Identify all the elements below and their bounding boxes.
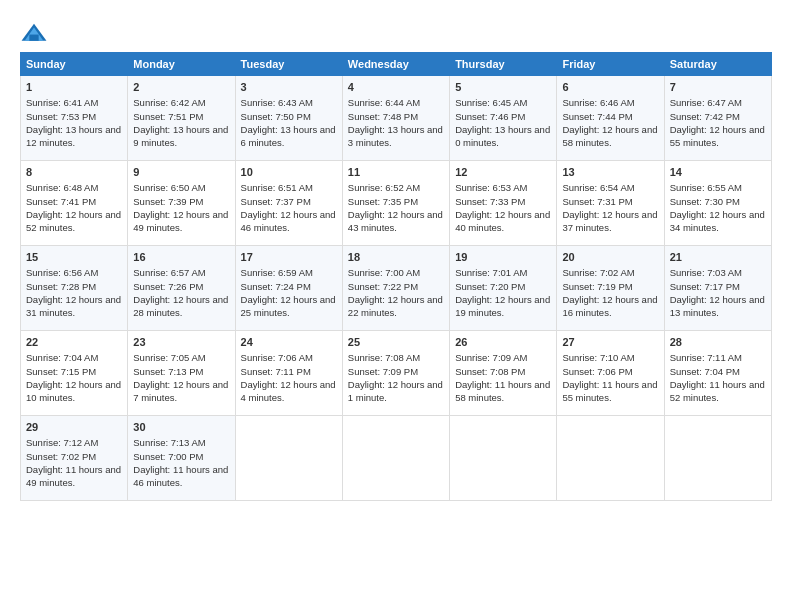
- calendar-cell: [342, 416, 449, 501]
- sunset-text: Sunset: 7:31 PM: [562, 196, 632, 207]
- calendar-cell: 6Sunrise: 6:46 AMSunset: 7:44 PMDaylight…: [557, 76, 664, 161]
- sunrise-text: Sunrise: 7:01 AM: [455, 267, 527, 278]
- day-number: 23: [133, 335, 229, 350]
- sunrise-text: Sunrise: 6:42 AM: [133, 97, 205, 108]
- daylight-text: Daylight: 11 hours and 58 minutes.: [455, 379, 550, 403]
- week-row-2: 8Sunrise: 6:48 AMSunset: 7:41 PMDaylight…: [21, 161, 772, 246]
- sunrise-text: Sunrise: 6:52 AM: [348, 182, 420, 193]
- daylight-text: Daylight: 12 hours and 58 minutes.: [562, 124, 657, 148]
- daylight-text: Daylight: 12 hours and 19 minutes.: [455, 294, 550, 318]
- daylight-text: Daylight: 12 hours and 13 minutes.: [670, 294, 765, 318]
- day-number: 15: [26, 250, 122, 265]
- daylight-text: Daylight: 12 hours and 52 minutes.: [26, 209, 121, 233]
- sunrise-text: Sunrise: 7:13 AM: [133, 437, 205, 448]
- sunrise-text: Sunrise: 6:41 AM: [26, 97, 98, 108]
- day-number: 12: [455, 165, 551, 180]
- daylight-text: Daylight: 12 hours and 43 minutes.: [348, 209, 443, 233]
- sunset-text: Sunset: 7:28 PM: [26, 281, 96, 292]
- sunrise-text: Sunrise: 6:50 AM: [133, 182, 205, 193]
- day-number: 1: [26, 80, 122, 95]
- calendar-cell: 30Sunrise: 7:13 AMSunset: 7:00 PMDayligh…: [128, 416, 235, 501]
- sunset-text: Sunset: 7:00 PM: [133, 451, 203, 462]
- sunrise-text: Sunrise: 7:05 AM: [133, 352, 205, 363]
- calendar-cell: [664, 416, 771, 501]
- daylight-text: Daylight: 11 hours and 46 minutes.: [133, 464, 228, 488]
- daylight-text: Daylight: 12 hours and 1 minute.: [348, 379, 443, 403]
- sunset-text: Sunset: 7:48 PM: [348, 111, 418, 122]
- calendar-cell: [235, 416, 342, 501]
- sunset-text: Sunset: 7:22 PM: [348, 281, 418, 292]
- daylight-text: Daylight: 12 hours and 22 minutes.: [348, 294, 443, 318]
- day-number: 27: [562, 335, 658, 350]
- daylight-text: Daylight: 11 hours and 55 minutes.: [562, 379, 657, 403]
- sunrise-text: Sunrise: 7:03 AM: [670, 267, 742, 278]
- daylight-text: Daylight: 12 hours and 49 minutes.: [133, 209, 228, 233]
- sunrise-text: Sunrise: 6:56 AM: [26, 267, 98, 278]
- day-number: 6: [562, 80, 658, 95]
- calendar-cell: 8Sunrise: 6:48 AMSunset: 7:41 PMDaylight…: [21, 161, 128, 246]
- sunset-text: Sunset: 7:33 PM: [455, 196, 525, 207]
- sunset-text: Sunset: 7:20 PM: [455, 281, 525, 292]
- daylight-text: Daylight: 12 hours and 28 minutes.: [133, 294, 228, 318]
- calendar-cell: 26Sunrise: 7:09 AMSunset: 7:08 PMDayligh…: [450, 331, 557, 416]
- sunrise-text: Sunrise: 6:54 AM: [562, 182, 634, 193]
- sunrise-text: Sunrise: 6:47 AM: [670, 97, 742, 108]
- calendar-cell: 9Sunrise: 6:50 AMSunset: 7:39 PMDaylight…: [128, 161, 235, 246]
- day-number: 2: [133, 80, 229, 95]
- day-number: 26: [455, 335, 551, 350]
- sunrise-text: Sunrise: 6:45 AM: [455, 97, 527, 108]
- calendar-cell: 27Sunrise: 7:10 AMSunset: 7:06 PMDayligh…: [557, 331, 664, 416]
- day-number: 13: [562, 165, 658, 180]
- daylight-text: Daylight: 13 hours and 12 minutes.: [26, 124, 121, 148]
- sunset-text: Sunset: 7:17 PM: [670, 281, 740, 292]
- day-number: 19: [455, 250, 551, 265]
- logo: [20, 22, 50, 44]
- sunset-text: Sunset: 7:51 PM: [133, 111, 203, 122]
- sunset-text: Sunset: 7:13 PM: [133, 366, 203, 377]
- svg-rect-2: [29, 35, 38, 41]
- sunrise-text: Sunrise: 7:02 AM: [562, 267, 634, 278]
- header-cell-thursday: Thursday: [450, 53, 557, 76]
- day-number: 4: [348, 80, 444, 95]
- sunset-text: Sunset: 7:04 PM: [670, 366, 740, 377]
- calendar-cell: 15Sunrise: 6:56 AMSunset: 7:28 PMDayligh…: [21, 246, 128, 331]
- daylight-text: Daylight: 11 hours and 52 minutes.: [670, 379, 765, 403]
- sunset-text: Sunset: 7:09 PM: [348, 366, 418, 377]
- sunrise-text: Sunrise: 7:12 AM: [26, 437, 98, 448]
- day-number: 21: [670, 250, 766, 265]
- sunrise-text: Sunrise: 7:08 AM: [348, 352, 420, 363]
- sunset-text: Sunset: 7:42 PM: [670, 111, 740, 122]
- sunrise-text: Sunrise: 6:57 AM: [133, 267, 205, 278]
- sunset-text: Sunset: 7:11 PM: [241, 366, 311, 377]
- sunset-text: Sunset: 7:46 PM: [455, 111, 525, 122]
- calendar-cell: 11Sunrise: 6:52 AMSunset: 7:35 PMDayligh…: [342, 161, 449, 246]
- sunrise-text: Sunrise: 7:06 AM: [241, 352, 313, 363]
- day-number: 24: [241, 335, 337, 350]
- sunrise-text: Sunrise: 7:10 AM: [562, 352, 634, 363]
- sunset-text: Sunset: 7:50 PM: [241, 111, 311, 122]
- calendar-cell: 14Sunrise: 6:55 AMSunset: 7:30 PMDayligh…: [664, 161, 771, 246]
- daylight-text: Daylight: 11 hours and 49 minutes.: [26, 464, 121, 488]
- calendar-cell: 20Sunrise: 7:02 AMSunset: 7:19 PMDayligh…: [557, 246, 664, 331]
- header-cell-wednesday: Wednesday: [342, 53, 449, 76]
- daylight-text: Daylight: 12 hours and 16 minutes.: [562, 294, 657, 318]
- daylight-text: Daylight: 12 hours and 40 minutes.: [455, 209, 550, 233]
- calendar-cell: 13Sunrise: 6:54 AMSunset: 7:31 PMDayligh…: [557, 161, 664, 246]
- calendar-cell: 23Sunrise: 7:05 AMSunset: 7:13 PMDayligh…: [128, 331, 235, 416]
- calendar-cell: 21Sunrise: 7:03 AMSunset: 7:17 PMDayligh…: [664, 246, 771, 331]
- calendar-cell: 19Sunrise: 7:01 AMSunset: 7:20 PMDayligh…: [450, 246, 557, 331]
- day-number: 30: [133, 420, 229, 435]
- calendar-header: SundayMondayTuesdayWednesdayThursdayFrid…: [21, 53, 772, 76]
- daylight-text: Daylight: 12 hours and 46 minutes.: [241, 209, 336, 233]
- sunrise-text: Sunrise: 6:43 AM: [241, 97, 313, 108]
- week-row-1: 1Sunrise: 6:41 AMSunset: 7:53 PMDaylight…: [21, 76, 772, 161]
- header: [20, 18, 772, 44]
- calendar-body: 1Sunrise: 6:41 AMSunset: 7:53 PMDaylight…: [21, 76, 772, 501]
- sunrise-text: Sunrise: 6:51 AM: [241, 182, 313, 193]
- daylight-text: Daylight: 12 hours and 34 minutes.: [670, 209, 765, 233]
- sunset-text: Sunset: 7:37 PM: [241, 196, 311, 207]
- header-cell-sunday: Sunday: [21, 53, 128, 76]
- day-number: 11: [348, 165, 444, 180]
- header-row: SundayMondayTuesdayWednesdayThursdayFrid…: [21, 53, 772, 76]
- sunrise-text: Sunrise: 6:59 AM: [241, 267, 313, 278]
